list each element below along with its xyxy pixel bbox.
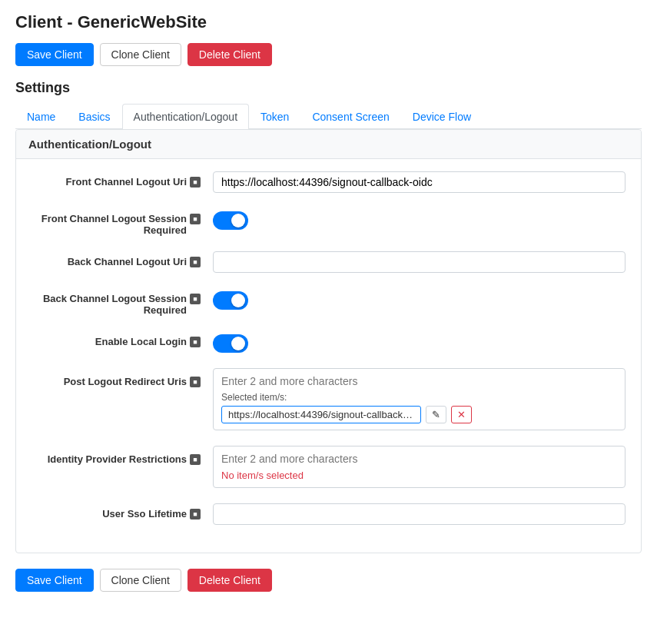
back-channel-logout-uri-help-icon: ■ <box>190 257 201 267</box>
back-channel-logout-uri-input[interactable] <box>213 251 625 273</box>
identity-provider-no-items: No item/s selected <box>221 470 617 481</box>
enable-local-login-toggle-wrap <box>213 331 248 353</box>
post-logout-selected-value: https://localhost:44396/signout-callback… <box>221 406 421 423</box>
save-client-button-top[interactable]: Save Client <box>15 43 94 66</box>
back-channel-logout-uri-label: Back Channel Logout Uri ■ <box>32 251 201 267</box>
front-channel-logout-session-required-toggle-wrap <box>213 208 248 230</box>
post-logout-edit-button[interactable]: ✎ <box>426 406 446 423</box>
front-channel-logout-uri-row: Front Channel Logout Uri ■ <box>32 171 625 193</box>
delete-client-button-top[interactable]: Delete Client <box>187 43 272 66</box>
enable-local-login-row: Enable Local Login ■ <box>32 331 625 353</box>
back-channel-logout-session-required-toggle[interactable] <box>213 291 248 310</box>
post-logout-redirect-uris-multiselect: Selected item/s: https://localhost:44396… <box>213 368 625 430</box>
page-title: Client - GenericWebSite <box>15 12 642 32</box>
post-logout-selected-label: Selected item/s: <box>221 392 617 403</box>
front-channel-logout-session-required-help-icon: ■ <box>190 214 201 224</box>
enable-local-login-help-icon: ■ <box>190 337 201 347</box>
save-client-button-bottom[interactable]: Save Client <box>15 569 94 592</box>
auth-logout-card: Authentication/Logout Front Channel Logo… <box>15 129 642 553</box>
toggle-thumb <box>231 214 245 227</box>
front-channel-logout-session-required-toggle[interactable] <box>213 211 248 230</box>
back-channel-logout-uri-row: Back Channel Logout Uri ■ <box>32 251 625 273</box>
front-channel-logout-uri-label: Front Channel Logout Uri ■ <box>32 171 201 188</box>
post-logout-redirect-uris-search[interactable] <box>221 375 617 387</box>
card-body: Front Channel Logout Uri ■ Front Channel… <box>16 159 641 553</box>
clone-client-button-bottom[interactable]: Clone Client <box>100 569 181 592</box>
delete-client-button-bottom[interactable]: Delete Client <box>187 569 272 592</box>
back-channel-logout-session-required-toggle-wrap <box>213 288 248 310</box>
settings-heading: Settings <box>15 80 642 96</box>
tab-device-flow[interactable]: Device Flow <box>401 104 483 129</box>
tab-authentication-logout[interactable]: Authentication/Logout <box>122 104 249 129</box>
front-channel-logout-uri-input[interactable] <box>213 171 625 193</box>
user-sso-lifetime-help-icon: ■ <box>190 509 201 520</box>
tab-name[interactable]: Name <box>15 104 67 129</box>
identity-provider-restrictions-help-icon: ■ <box>190 454 201 465</box>
post-logout-remove-button[interactable]: ✕ <box>451 406 472 423</box>
post-logout-redirect-uris-row: Post Logout Redirect Uris ■ Selected ite… <box>32 368 625 430</box>
back-channel-logout-session-required-help-icon: ■ <box>190 294 201 304</box>
toggle-thumb-2 <box>231 294 245 307</box>
identity-provider-restrictions-multiselect: No item/s selected <box>213 446 625 488</box>
identity-provider-restrictions-row: Identity Provider Restrictions ■ No item… <box>32 446 625 488</box>
toolbar-top: Save Client Clone Client Delete Client <box>15 43 642 66</box>
enable-local-login-label: Enable Local Login ■ <box>32 331 201 347</box>
clone-client-button-top[interactable]: Clone Client <box>100 43 181 66</box>
tabs-nav: Name Basics Authentication/Logout Token … <box>15 104 642 129</box>
user-sso-lifetime-row: User Sso Lifetime ■ <box>32 503 625 525</box>
toggle-thumb-3 <box>231 337 245 350</box>
user-sso-lifetime-input[interactable] <box>213 503 625 525</box>
back-channel-logout-session-required-label: Back Channel Logout Session Required ■ <box>32 288 201 316</box>
identity-provider-restrictions-label: Identity Provider Restrictions ■ <box>32 446 201 465</box>
tab-consent-screen[interactable]: Consent Screen <box>300 104 400 129</box>
front-channel-logout-session-required-label: Front Channel Logout Session Required ■ <box>32 208 201 236</box>
toolbar-bottom: Save Client Clone Client Delete Client <box>15 569 642 592</box>
tab-basics[interactable]: Basics <box>67 104 121 129</box>
user-sso-lifetime-label: User Sso Lifetime ■ <box>32 503 201 520</box>
enable-local-login-toggle[interactable] <box>213 334 248 353</box>
post-logout-redirect-uris-label: Post Logout Redirect Uris ■ <box>32 368 201 387</box>
post-logout-redirect-uris-help-icon: ■ <box>190 377 201 387</box>
identity-provider-restrictions-search[interactable] <box>221 453 617 465</box>
card-header: Authentication/Logout <box>16 130 641 159</box>
front-channel-logout-session-required-row: Front Channel Logout Session Required ■ <box>32 208 625 236</box>
front-channel-logout-uri-help-icon: ■ <box>190 177 201 188</box>
back-channel-logout-session-required-row: Back Channel Logout Session Required ■ <box>32 288 625 316</box>
post-logout-selected-items: https://localhost:44396/signout-callback… <box>221 406 617 423</box>
tab-token[interactable]: Token <box>249 104 300 129</box>
